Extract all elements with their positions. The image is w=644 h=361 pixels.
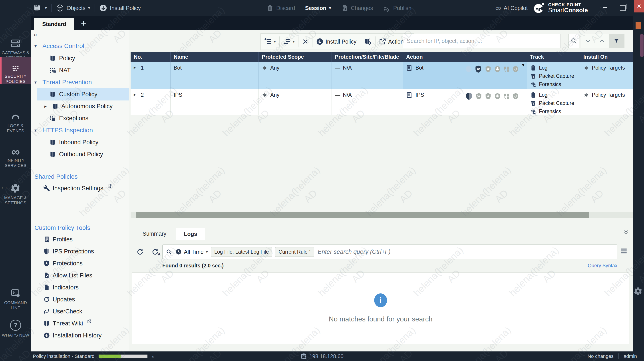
filter-button[interactable] bbox=[609, 34, 624, 48]
logged-in-user[interactable]: admin bbox=[624, 353, 637, 359]
publish-button[interactable]: Publish bbox=[383, 4, 412, 12]
table-row[interactable]: ▸ 1 Bot Any — N/A Bot bbox=[130, 62, 633, 89]
rulebase-search-input[interactable] bbox=[402, 34, 561, 48]
external-link-icon bbox=[107, 184, 112, 188]
refresh-icon bbox=[136, 248, 144, 256]
tree-item-threat-wiki[interactable]: Threat Wiki bbox=[31, 318, 141, 328]
task-label[interactable]: Policy installation - Standard bbox=[33, 353, 94, 359]
log-file-chip[interactable]: Log File: Latest Log File bbox=[211, 247, 272, 257]
column-header-no[interactable]: No. bbox=[130, 52, 170, 62]
find-previous-button[interactable] bbox=[595, 34, 609, 48]
expand-right-icon[interactable]: ▸ bbox=[134, 65, 138, 70]
rail-item-command-line[interactable]: COMMAND LINE bbox=[0, 288, 31, 310]
action-cell[interactable]: IPS bbox=[403, 89, 527, 115]
results-count: Found 0 results (2.0 sec.) bbox=[162, 263, 224, 269]
rail-item-gateways-servers[interactable]: GATEWAYS & SERVERS bbox=[0, 38, 31, 61]
column-header-install-on[interactable]: Install On bbox=[580, 52, 633, 62]
query-syntax-link[interactable]: Query Syntax bbox=[588, 263, 617, 268]
tree-item-allow-list-files[interactable]: Allow List Files bbox=[31, 270, 141, 280]
add-rule-top-button[interactable]: ▾ bbox=[261, 34, 279, 50]
ai-copilot-button[interactable]: ∞ AI Copilot bbox=[495, 5, 528, 11]
expand-right-icon[interactable]: ▸ bbox=[44, 104, 49, 109]
discard-button[interactable]: Discard bbox=[266, 5, 295, 12]
add-rule-below-button[interactable]: ▾ bbox=[280, 34, 298, 50]
tree-item-updates[interactable]: Updates bbox=[31, 294, 141, 304]
action-dropdown-icon[interactable]: ▼ bbox=[521, 63, 526, 68]
install-policy-toolbar-button[interactable]: Install Policy bbox=[312, 34, 360, 50]
expand-right-icon[interactable]: ▸ bbox=[134, 92, 138, 97]
tree-group-https-inspection[interactable]: ▾ HTTPS Inspection bbox=[31, 125, 132, 135]
objects-button[interactable]: Objects ▾ bbox=[56, 4, 90, 12]
tree-item-ips-protections[interactable]: IPS Protections bbox=[31, 246, 141, 256]
dotted-rule bbox=[94, 226, 129, 227]
tab-summary[interactable]: Summary bbox=[135, 228, 174, 240]
usercheck-icon bbox=[43, 308, 50, 315]
tree-item-installation-history[interactable]: Installation History bbox=[31, 330, 141, 340]
logs-query-input[interactable] bbox=[317, 248, 614, 256]
tab-logs[interactable]: Logs bbox=[176, 228, 205, 240]
changes-status[interactable]: No changes bbox=[588, 353, 614, 359]
rail-item-whats-new[interactable]: ? WHAT'S NEW bbox=[0, 320, 31, 338]
notification-marker[interactable] bbox=[636, 22, 641, 29]
servers-icon bbox=[10, 38, 21, 49]
logs-menu-button[interactable] bbox=[620, 247, 628, 255]
right-edge-strip bbox=[633, 16, 644, 351]
shield-hook-icon bbox=[512, 93, 519, 100]
main-menu-button[interactable]: ▾ bbox=[33, 4, 47, 13]
changes-doc-icon bbox=[341, 5, 348, 12]
search-button[interactable] bbox=[568, 34, 579, 48]
rail-item-security-policies[interactable]: SECURITY POLICIES bbox=[0, 57, 31, 84]
tree-item-usercheck[interactable]: UserCheck bbox=[31, 306, 141, 316]
column-header-action[interactable]: Action bbox=[403, 52, 527, 62]
tree-item-profiles[interactable]: Profiles bbox=[31, 234, 141, 244]
tree-item-inspection-settings[interactable]: Inspection Settings bbox=[31, 183, 141, 193]
track-cell[interactable]: Log Packet Capture Forensics bbox=[527, 89, 580, 115]
collapse-left-icon: « bbox=[34, 31, 36, 38]
find-next-button[interactable] bbox=[581, 34, 595, 48]
forensics-icon bbox=[530, 108, 536, 115]
tree-group-threat-prevention[interactable]: ▾ Threat Prevention bbox=[31, 77, 132, 87]
rail-drag-dots[interactable]: ⋮⋮ bbox=[0, 186, 8, 188]
tree-item-custom-policy[interactable]: Custom Policy bbox=[37, 88, 134, 101]
table-row[interactable]: ▸ 2 IPS Any — N/A IPS bbox=[130, 89, 633, 115]
time-filter-dropdown[interactable]: All Time ▾ bbox=[176, 249, 208, 255]
new-tab-button[interactable]: + bbox=[81, 19, 86, 28]
tab-standard[interactable]: Standard bbox=[34, 18, 74, 30]
tree-group-access-control[interactable]: ▾ Access Control bbox=[31, 41, 132, 51]
close-button[interactable]: ✕ bbox=[634, 0, 644, 13]
current-rule-chip[interactable]: Current Rule × bbox=[275, 247, 314, 257]
install-policy-button[interactable]: Install Policy bbox=[99, 4, 141, 12]
column-header-protected-scope[interactable]: Protected Scope bbox=[259, 52, 332, 62]
rail-item-infinity-services[interactable]: ∞ INFINITY SERVICES bbox=[0, 147, 31, 168]
scrollbar-thumb[interactable] bbox=[136, 212, 589, 218]
refresh-logs-button[interactable] bbox=[136, 248, 144, 256]
chevron-down-icon: ▾ bbox=[206, 250, 208, 254]
expand-task-icon[interactable]: ▲ bbox=[152, 354, 154, 358]
column-header-track[interactable]: Track bbox=[527, 52, 580, 62]
restore-button[interactable] bbox=[616, 0, 629, 16]
session-menu-button[interactable]: Session ▾ bbox=[305, 5, 331, 11]
settings-gear-button[interactable] bbox=[634, 287, 643, 296]
column-header-name[interactable]: Name bbox=[170, 52, 259, 62]
chevron-down-icon: ▾ bbox=[329, 6, 331, 10]
tree-item-protections[interactable]: Protections bbox=[31, 258, 141, 268]
vertical-scrollbar-thumb[interactable] bbox=[640, 34, 644, 57]
minimize-button[interactable]: – bbox=[599, 0, 611, 16]
chevron-down-icon: ▾ bbox=[293, 40, 295, 44]
expand-panel-icon[interactable] bbox=[623, 229, 629, 235]
delete-rule-button[interactable] bbox=[298, 34, 312, 50]
logs-search-box[interactable]: All Time ▾ Log File: Latest Log File Cur… bbox=[162, 244, 617, 259]
chip-remove-icon[interactable]: × bbox=[309, 248, 311, 252]
policy-settings-button[interactable] bbox=[360, 34, 375, 50]
rail-item-logs-events[interactable]: LOGS & EVENTS bbox=[0, 112, 31, 133]
changes-button[interactable]: Changes bbox=[341, 5, 373, 12]
track-cell[interactable]: Log Packet Capture Forensics bbox=[527, 62, 580, 89]
horizontal-scrollbar[interactable] bbox=[130, 212, 633, 218]
column-header-protection[interactable]: Protection/Site/File/Blade bbox=[332, 52, 403, 62]
auto-refresh-button[interactable]: A bbox=[152, 248, 159, 256]
action-cell[interactable]: Bot ▼ bbox=[403, 62, 527, 89]
collapse-panel-button[interactable]: « bbox=[34, 31, 36, 38]
tree-item-indicators[interactable]: Indicators bbox=[31, 282, 141, 292]
rulebase-table: No. Name Protected Scope Protection/Site… bbox=[130, 52, 633, 115]
restore-icon bbox=[620, 5, 626, 11]
